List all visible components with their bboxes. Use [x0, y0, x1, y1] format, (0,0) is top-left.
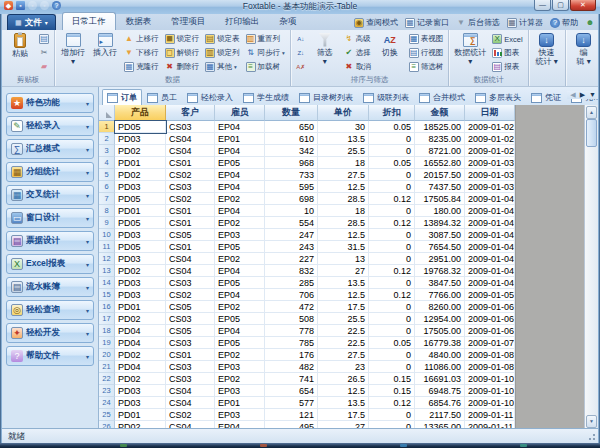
table-cell[interactable]: 25.5 [318, 145, 369, 157]
table-cell[interactable]: 0.05 [369, 121, 415, 133]
ribbon-tab[interactable]: 数据表 [116, 12, 162, 30]
table-cell[interactable]: PD05 [115, 121, 166, 133]
table-tab[interactable]: 员工 [142, 89, 182, 105]
table-cell[interactable]: CS04 [166, 253, 215, 265]
table-cell[interactable]: 0.05 [369, 157, 415, 169]
ribbon-button[interactable]: ✔选择 [342, 46, 373, 60]
table-cell[interactable]: 0.12 [369, 289, 415, 301]
table-cell[interactable]: 28.5 [318, 217, 369, 229]
table-tab[interactable]: 学生成绩 [238, 89, 294, 105]
table-cell[interactable]: EP03 [215, 409, 265, 421]
table-cell[interactable]: 0 [369, 313, 415, 325]
ribbon-button[interactable]: A↓ [294, 32, 308, 46]
resize-grip[interactable] [586, 431, 596, 441]
ribbon-button[interactable]: ▦表视图 [407, 32, 446, 46]
ribbon-button[interactable]: ▦克隆行 [122, 60, 161, 74]
table-cell[interactable]: 16779.38 [415, 337, 465, 349]
ribbon-button[interactable]: 粘贴 [5, 31, 35, 75]
next-tab-icon[interactable]: ▶ [580, 91, 585, 99]
table-cell[interactable]: 25.5 [318, 313, 369, 325]
table-cell[interactable]: 28.5 [318, 193, 369, 205]
table-cell[interactable]: CS01 [166, 241, 215, 253]
table-cell[interactable]: 17.5 [318, 409, 369, 421]
table-cell[interactable]: 0.12 [369, 217, 415, 229]
table-cell[interactable]: 8235.00 [415, 133, 465, 145]
table-cell[interactable]: 342 [265, 145, 318, 157]
row-number[interactable]: 21 [99, 361, 115, 373]
table-cell[interactable]: 13.5 [318, 397, 369, 409]
table-cell[interactable]: EP04 [215, 169, 265, 181]
ribbon-button[interactable]: ▤报表 [490, 60, 524, 74]
table-cell[interactable]: 595 [265, 181, 318, 193]
sidebar-item[interactable]: ◎轻松查询▾ [6, 300, 94, 320]
table-cell[interactable]: 22.5 [318, 337, 369, 349]
table-cell[interactable]: CS02 [166, 409, 215, 421]
table-cell[interactable]: EP03 [215, 385, 265, 397]
table-cell[interactable]: CS05 [166, 325, 215, 337]
ribbon-button[interactable]: ✖取消 [342, 60, 373, 74]
table-cell[interactable]: 741 [265, 373, 318, 385]
table-cell[interactable]: PD03 [115, 385, 166, 397]
table-cell[interactable]: 0 [369, 205, 415, 217]
row-number[interactable]: 13 [99, 265, 115, 277]
minimize-button[interactable]: — [534, 0, 551, 11]
table-cell[interactable]: EP04 [215, 145, 265, 157]
row-number[interactable]: 3 [99, 145, 115, 157]
table-cell[interactable]: PD01 [115, 157, 166, 169]
ribbon-button[interactable]: ◼锁定行 [163, 32, 202, 46]
scroll-up-icon[interactable]: ▲ [586, 106, 597, 119]
table-cell[interactable]: 22.5 [318, 325, 369, 337]
ribbon-tab[interactable]: 打印输出 [215, 12, 269, 30]
table-cell[interactable]: 2009-01-10 [465, 385, 515, 397]
row-number[interactable]: 7 [99, 193, 115, 205]
table-cell[interactable]: 2009-01-04 [465, 277, 515, 289]
table-cell[interactable]: CS02 [166, 169, 215, 181]
row-number[interactable]: 22 [99, 373, 115, 385]
table-cell[interactable]: EP01 [215, 397, 265, 409]
row-number[interactable]: 9 [99, 217, 115, 229]
sidebar-item[interactable]: ?帮助文件▾ [6, 346, 94, 366]
table-cell[interactable]: 30 [318, 121, 369, 133]
table-cell[interactable]: EP05 [215, 241, 265, 253]
maximize-button[interactable]: ▢ [552, 0, 569, 11]
table-cell[interactable]: 0 [369, 253, 415, 265]
table-cell[interactable]: 285 [265, 277, 318, 289]
table-cell[interactable]: PD03 [115, 289, 166, 301]
table-cell[interactable]: EP05 [215, 277, 265, 289]
table-cell[interactable]: 7437.50 [415, 181, 465, 193]
table-cell[interactable]: 0 [369, 133, 415, 145]
ribbon-button[interactable]: ▤ [37, 32, 51, 46]
table-cell[interactable]: 13.5 [318, 133, 369, 145]
table-cell[interactable]: PD03 [115, 397, 166, 409]
table-cell[interactable]: EP02 [215, 301, 265, 313]
table-tab[interactable]: 目录树列表 [294, 89, 358, 105]
table-cell[interactable]: PD03 [115, 229, 166, 241]
table-cell[interactable]: 2951.00 [415, 253, 465, 265]
table-cell[interactable]: 27.5 [318, 349, 369, 361]
table-tab[interactable]: 级联列表 [358, 89, 414, 105]
table-cell[interactable]: EP04 [215, 265, 265, 277]
sidebar-item[interactable]: ▦分组统计▾ [6, 162, 94, 182]
row-number[interactable]: 24 [99, 397, 115, 409]
table-cell[interactable]: PD05 [115, 241, 166, 253]
table-cell[interactable]: 0 [369, 181, 415, 193]
table-cell[interactable]: PD04 [115, 337, 166, 349]
row-number[interactable]: 18 [99, 325, 115, 337]
sidebar-item[interactable]: ∑汇总模式▾ [6, 139, 94, 159]
ribbon-tab[interactable]: 杂项 [269, 12, 306, 30]
table-cell[interactable]: 2009-01-04 [465, 253, 515, 265]
row-number[interactable]: 17 [99, 313, 115, 325]
table-cell[interactable]: CS04 [166, 133, 215, 145]
table-cell[interactable]: 26.5 [318, 373, 369, 385]
table-cell[interactable]: PD03 [115, 277, 166, 289]
table-cell[interactable]: PD04 [115, 325, 166, 337]
ribbon-button[interactable]: ▲上移行 [122, 32, 161, 46]
table-cell[interactable]: 968 [265, 157, 318, 169]
ribbon-button[interactable]: ✂ [37, 46, 51, 60]
table-cell[interactable]: CS04 [166, 397, 215, 409]
table-cell[interactable]: 0.05 [369, 337, 415, 349]
ribbon-button[interactable]: 增加行▾ [58, 31, 88, 75]
table-cell[interactable]: 7654.50 [415, 241, 465, 253]
table-cell[interactable]: 4840.00 [415, 349, 465, 361]
table-cell[interactable]: 577 [265, 397, 318, 409]
